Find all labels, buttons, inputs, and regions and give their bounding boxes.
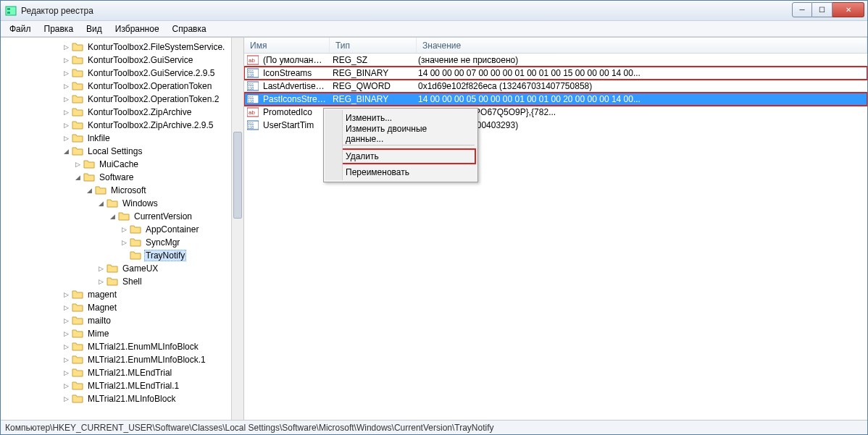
expand-icon[interactable]: ▷: [62, 381, 70, 390]
tree-node[interactable]: ▷magent: [1, 288, 243, 301]
tree-label[interactable]: Local Settings: [86, 146, 143, 156]
menu-help[interactable]: Справка: [167, 22, 212, 35]
tree-label[interactable]: MLTrial21.MLInfoBlock: [86, 394, 177, 404]
tree-node[interactable]: ▷GameUX: [1, 262, 243, 275]
expand-icon[interactable]: ▷: [96, 264, 105, 273]
tree-node[interactable]: ◢Windows: [1, 197, 243, 210]
tree-node[interactable]: ◢Software: [1, 171, 243, 184]
tree-label[interactable]: GameUX: [121, 263, 159, 274]
expand-icon[interactable]: ▷: [62, 82, 70, 90]
tree-node[interactable]: ▷Mime: [1, 327, 243, 340]
tree-label[interactable]: KonturToolbox2.GuiService.2.9.5: [86, 68, 216, 78]
tree-label[interactable]: KonturToolbox2.OperationToken.2: [86, 94, 220, 104]
registry-tree[interactable]: ▷KonturToolbox2.FileSystemService.▷Kontu…: [1, 38, 243, 420]
tree-label[interactable]: AppContainer: [144, 224, 200, 235]
expand-icon[interactable]: ▷: [62, 368, 70, 377]
tree-label[interactable]: Windows: [121, 198, 159, 208]
expand-icon[interactable]: ▷: [62, 355, 70, 364]
tree-label[interactable]: KonturToolbox2.ZipArchive.2.9.5: [86, 120, 214, 130]
value-row[interactable]: 011110LastAdvertiseme...REG_QWORD0x1d69e…: [244, 80, 867, 93]
tree-panel[interactable]: ▷KonturToolbox2.FileSystemService.▷Kontu…: [1, 38, 244, 420]
expand-icon[interactable]: ▷: [62, 329, 70, 338]
close-button[interactable]: ✕: [832, 2, 864, 17]
tree-label[interactable]: Microsoft: [109, 185, 148, 195]
expand-icon[interactable]: ▷: [62, 108, 70, 117]
context-menu[interactable]: Изменить...Изменить двоичные данные...Уд…: [323, 108, 478, 182]
tree-label[interactable]: SyncMgr: [144, 237, 181, 248]
tree-label[interactable]: MLTrial21.MLEndTrial: [86, 368, 173, 378]
expand-icon[interactable]: ▷: [62, 394, 70, 403]
tree-node[interactable]: ▷KonturToolbox2.ZipArchive: [1, 106, 243, 119]
value-row[interactable]: 011110IconStreamsREG_BINARY14 00 00 00 0…: [244, 67, 867, 80]
menu-view[interactable]: Вид: [80, 22, 108, 35]
context-item[interactable]: Изменить двоичные данные...: [325, 126, 476, 142]
expand-icon[interactable]: ▷: [62, 121, 70, 130]
expand-icon[interactable]: ▷: [62, 290, 70, 299]
scrollbar-thumb[interactable]: [233, 132, 242, 219]
value-row[interactable]: ab(По умолчанию)REG_SZ(значение не присв…: [244, 54, 867, 67]
expand-icon[interactable]: ▷: [62, 342, 70, 351]
tree-node[interactable]: ▷MLTrial21.EnumMLInfoBlock: [1, 340, 243, 353]
tree-node[interactable]: ▷KonturToolbox2.GuiService: [1, 54, 243, 67]
tree-label[interactable]: Magnet: [86, 303, 118, 313]
col-type[interactable]: Тип: [330, 38, 417, 53]
tree-label[interactable]: magent: [86, 290, 118, 300]
tree-scrollbar[interactable]: [231, 38, 243, 420]
expand-icon[interactable]: ▷: [62, 69, 70, 77]
expand-icon[interactable]: ▷: [62, 56, 70, 64]
collapse-icon[interactable]: ◢: [85, 186, 93, 195]
tree-node[interactable]: ▷MLTrial21.MLInfoBlock: [1, 392, 243, 405]
menu-edit[interactable]: Правка: [38, 22, 80, 35]
tree-node[interactable]: ◢Local Settings: [1, 145, 243, 158]
tree-label[interactable]: KonturToolbox2.FileSystemService.: [86, 42, 226, 52]
tree-node[interactable]: ▷mailto: [1, 314, 243, 327]
tree-label[interactable]: MLTrial21.EnumMLInfoBlock.1: [86, 355, 207, 365]
expand-icon[interactable]: ▷: [62, 303, 70, 312]
tree-node[interactable]: ▷Shell: [1, 275, 243, 288]
tree-node[interactable]: ◢Microsoft: [1, 184, 243, 197]
tree-label[interactable]: Mime: [86, 329, 110, 339]
collapse-icon[interactable]: ◢: [96, 199, 105, 208]
collapse-icon[interactable]: ◢: [108, 212, 117, 221]
tree-node[interactable]: ▷Magnet: [1, 301, 243, 314]
tree-label[interactable]: CurrentVersion: [133, 211, 193, 221]
tree-node[interactable]: ▷MLTrial21.EnumMLInfoBlock.1: [1, 353, 243, 366]
tree-node[interactable]: TrayNotify: [1, 249, 243, 262]
minimize-button[interactable]: ─: [792, 2, 812, 17]
menu-file[interactable]: Файл: [4, 22, 37, 35]
context-item[interactable]: Удалить: [325, 148, 476, 164]
tree-node[interactable]: ▷KonturToolbox2.OperationToken: [1, 80, 243, 93]
tree-node[interactable]: ▷lnkfile: [1, 132, 243, 145]
collapse-icon[interactable]: ◢: [62, 147, 70, 156]
tree-label[interactable]: Software: [98, 172, 135, 182]
col-name[interactable]: Имя: [244, 38, 330, 53]
collapse-icon[interactable]: ◢: [73, 173, 82, 182]
expand-icon[interactable]: ▷: [62, 134, 70, 143]
tree-label[interactable]: KonturToolbox2.OperationToken: [86, 81, 213, 91]
tree-label[interactable]: KonturToolbox2.ZipArchive: [86, 107, 193, 117]
expand-icon[interactable]: ▷: [62, 316, 70, 325]
tree-node[interactable]: ▷KonturToolbox2.GuiService.2.9.5: [1, 67, 243, 80]
tree-node[interactable]: ▷AppContainer: [1, 223, 243, 236]
tree-node[interactable]: ▷MLTrial21.MLEndTrial.1: [1, 379, 243, 392]
context-item[interactable]: Переименовать: [325, 164, 476, 180]
maximize-button[interactable]: ☐: [812, 2, 832, 17]
tree-node[interactable]: ▷KonturToolbox2.FileSystemService.: [1, 41, 243, 54]
value-row[interactable]: 011110PastIconsStreamREG_BINARY14 00 00 …: [244, 93, 867, 106]
tree-label[interactable]: TrayNotify: [144, 250, 186, 261]
tree-label[interactable]: lnkfile: [86, 133, 112, 143]
values-header[interactable]: Имя Тип Значение: [244, 38, 867, 54]
expand-icon[interactable]: ▷: [120, 225, 128, 234]
tree-label[interactable]: mailto: [86, 316, 112, 326]
tree-node[interactable]: ◢CurrentVersion: [1, 210, 243, 223]
menu-favorites[interactable]: Избранное: [109, 22, 165, 35]
tree-label[interactable]: MLTrial21.EnumMLInfoBlock: [86, 342, 200, 352]
tree-node[interactable]: ▷MLTrial21.MLEndTrial: [1, 366, 243, 379]
tree-label[interactable]: MuiCache: [98, 159, 140, 169]
expand-icon[interactable]: ▷: [73, 160, 82, 169]
expand-icon[interactable]: ▷: [62, 95, 70, 104]
expand-icon[interactable]: ▷: [96, 277, 105, 286]
tree-label[interactable]: KonturToolbox2.GuiService: [86, 55, 194, 65]
tree-node[interactable]: ▷SyncMgr: [1, 236, 243, 249]
col-value[interactable]: Значение: [417, 38, 867, 53]
